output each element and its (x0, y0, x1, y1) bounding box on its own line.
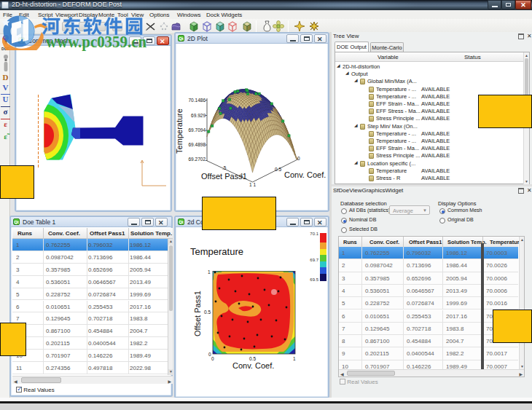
svg-text:0: 0 (297, 156, 300, 161)
svg-text:0: 0 (211, 356, 214, 361)
svg-text:0.5: 0.5 (204, 310, 211, 315)
svg-text:Offset Pass1: Offset Pass1 (201, 172, 247, 181)
svg-text:70.1: 70.1 (310, 232, 318, 236)
svg-text:69.7094: 69.7094 (189, 127, 206, 133)
svg-text:70.1486: 70.1486 (189, 98, 206, 103)
svg-text:.5: .5 (222, 165, 227, 170)
svg-text:0.5: 0.5 (275, 167, 281, 172)
svg-text:69.7: 69.7 (310, 258, 318, 262)
svg-text:Offset Pass1: Offset Pass1 (193, 291, 202, 336)
svg-text:1: 1 (208, 269, 211, 275)
svg-text:1: 1 (293, 356, 296, 361)
svg-text:Temperature: Temperature (190, 246, 243, 257)
svg-text:0.5: 0.5 (249, 356, 256, 361)
svg-text:Conv. Coef.: Conv. Coef. (232, 361, 274, 370)
svg-text:1 1: 1 1 (249, 182, 256, 187)
svg-text:69.5: 69.5 (310, 277, 318, 282)
svg-text:69.4898: 69.4898 (189, 142, 206, 147)
svg-text:Temperature: Temperature (176, 109, 184, 154)
svg-text:69.929: 69.929 (191, 113, 206, 118)
svg-text:Conv. Coef.: Conv. Coef. (284, 170, 326, 179)
svg-text:69.2702: 69.2702 (189, 157, 206, 162)
